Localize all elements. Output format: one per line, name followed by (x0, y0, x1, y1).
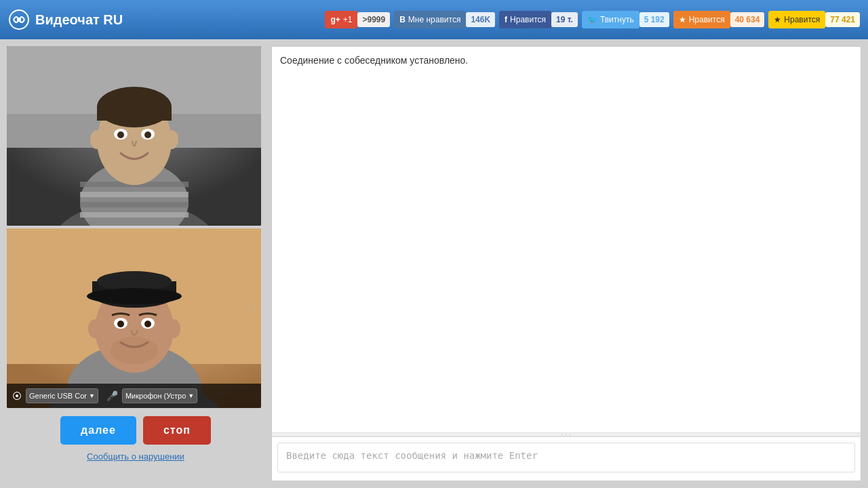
ok-button[interactable]: ★ Нравится (673, 11, 730, 28)
tw-label: Твитнуть (600, 15, 634, 24)
ya-social-group: ★ Нравится 77 421 (768, 11, 860, 28)
tw-social-group: 🐦 Твитнуть 5 192 (582, 11, 669, 28)
local-video: ⦿ Generic USB Cor ▼ 🎤 Микрофон (Устро ▼ … (7, 228, 261, 408)
controls-bar: ⦿ Generic USB Cor ▼ 🎤 Микрофон (Устро ▼ (7, 384, 261, 408)
logo-area[interactable]: Видеочат RU (8, 9, 123, 30)
fb-social-group: f Нравится 19 т. (499, 11, 578, 28)
camera-icon: ⦿ (12, 390, 22, 401)
google-plus-icon: g+ (330, 15, 340, 24)
svg-point-39 (167, 319, 180, 338)
svg-point-37 (111, 337, 158, 364)
report-area: Сообщить о нарушении (7, 450, 264, 462)
resize-handle[interactable]: ⋮ (246, 303, 258, 315)
chat-panel: Соединение с собеседником установлено. ·… (271, 46, 861, 481)
svg-point-19 (144, 131, 151, 138)
action-buttons: далее стоп (7, 416, 264, 445)
stop-button[interactable]: стоп (143, 416, 211, 445)
camera-select-arrow: ▼ (89, 392, 95, 399)
google-plus-button[interactable]: g+ +1 (325, 11, 357, 28)
google-social-group: g+ +1 >9999 (325, 11, 390, 28)
vk-button[interactable]: B Мне нравится (394, 11, 466, 28)
fb-button[interactable]: f Нравится (499, 11, 551, 28)
vk-icon: B (399, 15, 406, 24)
vk-social-group: B Мне нравится 146K (394, 11, 495, 28)
svg-rect-11 (80, 212, 189, 218)
svg-rect-15 (97, 107, 172, 121)
ok-social-group: ★ Нравится 40 634 (673, 11, 765, 28)
left-panel: ⦿ Generic USB Cor ▼ 🎤 Микрофон (Устро ▼ … (7, 46, 264, 481)
svg-rect-10 (80, 202, 189, 207)
fb-count: 19 т. (551, 12, 578, 27)
svg-rect-9 (80, 192, 189, 197)
chat-input[interactable] (277, 443, 855, 472)
ya-button[interactable]: ★ Нравится (768, 11, 825, 28)
next-button[interactable]: далее (60, 416, 136, 445)
local-video-feed (7, 228, 261, 408)
svg-point-32 (87, 288, 182, 304)
chat-messages: Соединение с собеседником установлено. (272, 47, 861, 432)
ok-count: 40 634 (730, 12, 765, 27)
svg-point-20 (90, 130, 104, 149)
vk-count: 146K (466, 12, 495, 27)
logo-text: Видеочат RU (35, 12, 123, 28)
logo-icon (8, 9, 30, 30)
mic-icon: 🎤 (106, 390, 118, 401)
ok-icon: ★ (679, 15, 686, 24)
svg-point-35 (117, 321, 124, 327)
mic-select-arrow: ▼ (188, 392, 194, 399)
tw-count: 5 192 (639, 12, 669, 27)
tw-button[interactable]: 🐦 Твитнуть (582, 11, 639, 28)
mic-select-label: Микрофон (Устро (125, 392, 186, 400)
ya-count: 77 421 (825, 12, 860, 27)
header: Видеочат RU g+ +1 >9999 B Мне нравится 1… (0, 0, 868, 39)
ya-label: Нравится (784, 15, 820, 24)
fb-icon: f (505, 15, 507, 24)
svg-point-1 (17, 18, 21, 22)
ok-label: Нравится (689, 15, 725, 24)
mic-select[interactable]: Микрофон (Устро ▼ (122, 388, 197, 403)
google-count: >9999 (357, 12, 390, 27)
chat-input-area (272, 436, 861, 481)
social-buttons: g+ +1 >9999 B Мне нравится 146K f Нравит… (325, 11, 860, 28)
svg-point-38 (88, 319, 102, 338)
main-area: ⦿ Generic USB Cor ▼ 🎤 Микрофон (Устро ▼ … (0, 39, 868, 488)
tw-icon: 🐦 (587, 15, 597, 24)
svg-point-18 (117, 131, 124, 138)
connection-message: Соединение с собеседником установлено. (280, 55, 468, 66)
remote-video (7, 46, 261, 226)
report-link[interactable]: Сообщить о нарушении (87, 451, 184, 462)
vk-label: Мне нравится (408, 15, 461, 24)
camera-select[interactable]: Generic USB Cor ▼ (26, 388, 98, 403)
svg-point-36 (144, 321, 151, 327)
google-plus-label: +1 (343, 15, 353, 24)
camera-select-label: Generic USB Cor (29, 392, 87, 400)
svg-point-21 (165, 130, 178, 149)
remote-video-feed (7, 46, 261, 226)
ya-icon: ★ (774, 15, 781, 24)
fb-label: Нравится (510, 15, 546, 24)
